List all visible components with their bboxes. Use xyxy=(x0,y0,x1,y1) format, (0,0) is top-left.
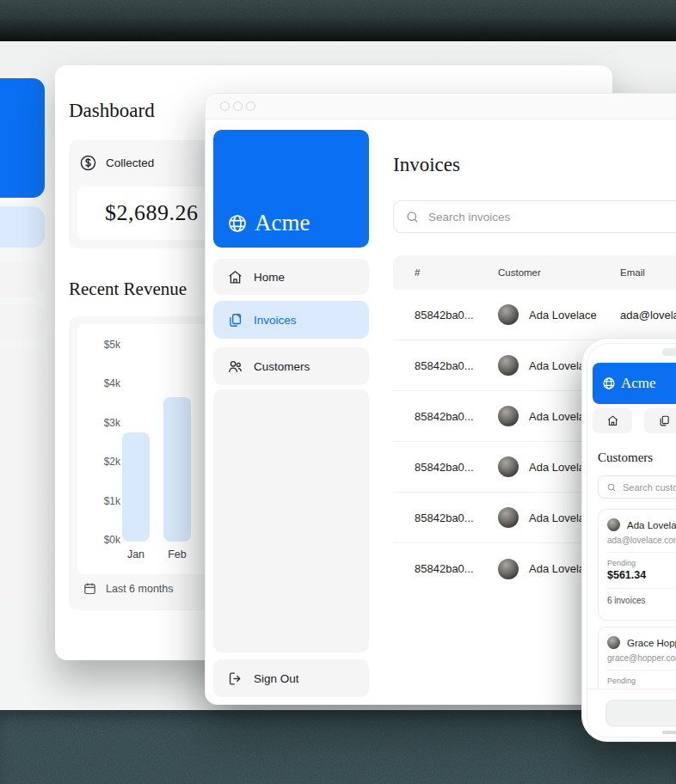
pending-label: Pending xyxy=(607,559,676,567)
phone-brand-card: Acme xyxy=(593,363,676,404)
search-placeholder: Search invoices xyxy=(428,211,510,224)
invoice-id: 85842ba0... xyxy=(393,410,498,423)
y-tick-label: $5k xyxy=(91,339,120,351)
invoice-id: 85842ba0... xyxy=(393,461,498,474)
customer-avatar xyxy=(498,507,519,528)
sidebar-item-customers[interactable]: Customers xyxy=(213,347,369,385)
customer-card[interactable]: Ada Lovelace ada@lovelace.com Pending $5… xyxy=(598,509,676,621)
brand-name: Acme xyxy=(621,375,656,392)
bar-feb xyxy=(163,397,191,542)
phone-search-input[interactable]: Search customers xyxy=(598,475,676,499)
phone-screen: Acme Customers Search customer xyxy=(587,343,676,738)
phone-page-title: Customers xyxy=(598,450,653,465)
customer-avatar xyxy=(498,406,519,426)
phone-tab-invoices[interactable] xyxy=(644,408,676,433)
bar-jan xyxy=(122,432,150,542)
background-sidebar-item[interactable] xyxy=(0,609,45,646)
stage: Dashboard Collected $2,689.26 Recent Rev… xyxy=(0,0,676,784)
sidebar-item-label: Invoices xyxy=(254,314,297,327)
customer-avatar xyxy=(607,636,620,649)
customer-email: ada@lovelace.com xyxy=(607,536,676,545)
invoice-table-row[interactable]: 85842ba0... Ada Lovelace ada@lovelace.co… xyxy=(393,290,676,340)
page-title: Invoices xyxy=(393,154,460,176)
home-icon xyxy=(606,414,619,427)
customer-avatar xyxy=(498,456,519,477)
sign-out-icon xyxy=(227,671,243,687)
brand-name: Acme xyxy=(255,210,310,236)
recent-revenue-title: Recent Revenue xyxy=(69,279,187,300)
collected-label: Collected xyxy=(106,156,154,169)
divider xyxy=(607,588,676,589)
bottom-texture-band xyxy=(0,710,676,784)
top-texture-band xyxy=(0,0,676,41)
y-tick-label: $0k xyxy=(91,534,120,546)
invoices-count: 6 invoices xyxy=(607,596,676,605)
background-sidebar-item[interactable] xyxy=(0,261,45,297)
background-sidebar-item[interactable] xyxy=(0,304,45,340)
grain-texture xyxy=(0,0,676,41)
customer-avatar xyxy=(607,518,620,531)
sidebar-brand-card: Acme xyxy=(213,130,369,248)
home-icon xyxy=(227,269,243,285)
chart-range-label[interactable]: Last 6 months xyxy=(106,583,174,595)
background-sidebar-active-item[interactable] xyxy=(0,206,45,248)
search-invoices-input[interactable]: Search invoices xyxy=(393,200,676,233)
dashboard-title: Dashboard xyxy=(69,100,155,122)
phone-mockup: Acme Customers Search customer xyxy=(581,338,676,742)
phone-tab-home[interactable] xyxy=(593,408,632,433)
search-placeholder: Search customers xyxy=(623,482,676,493)
y-tick-label: $3k xyxy=(91,417,120,429)
search-icon xyxy=(606,482,617,493)
customer-name: Ada Lovelace xyxy=(529,309,597,322)
customers-icon xyxy=(227,358,243,375)
sign-out-label: Sign Out xyxy=(254,672,299,685)
sidebar-item-invoices[interactable]: Invoices xyxy=(213,301,369,339)
window-zoom-button[interactable] xyxy=(246,101,255,111)
customer-name: Grace Hopper xyxy=(627,638,676,648)
window-minimize-button[interactable] xyxy=(233,101,243,111)
background-sidebar-spacer xyxy=(0,347,45,602)
customer-email: grace@hopper.com xyxy=(607,653,676,663)
customer-avatar xyxy=(498,304,519,325)
table-header: # Customer Email xyxy=(393,255,676,290)
customer-avatar xyxy=(498,355,519,376)
divider xyxy=(607,552,676,553)
sidebar-spacer xyxy=(213,389,369,652)
invoice-id: 85842ba0... xyxy=(393,309,498,322)
window-close-button[interactable] xyxy=(220,101,230,111)
sidebar-item-label: Home xyxy=(254,271,285,284)
customer-name: Ada Lovelace xyxy=(627,520,676,530)
column-header-id: # xyxy=(393,267,498,278)
pending-label: Pending xyxy=(607,677,676,685)
y-tick-label: $1k xyxy=(91,495,120,507)
phone-speaker xyxy=(662,348,676,356)
background-sidebar-brand-card xyxy=(0,78,45,198)
invoices-copy-icon xyxy=(658,414,671,427)
collected-amount: $2,689.26 xyxy=(77,200,199,226)
phone-bottom-input[interactable] xyxy=(605,700,676,726)
sign-out-button[interactable]: Sign Out xyxy=(213,659,369,697)
customer-avatar xyxy=(498,559,519,579)
column-header-customer: Customer xyxy=(498,267,617,278)
y-tick-label: $2k xyxy=(91,456,120,468)
sidebar-item-home[interactable]: Home xyxy=(213,259,369,295)
divider xyxy=(607,670,676,671)
globe-icon xyxy=(227,213,248,234)
invoices-copy-icon xyxy=(227,312,243,328)
x-tick-label: Feb xyxy=(157,548,198,560)
x-tick-label: Jan xyxy=(115,548,157,560)
customer-email: ada@lovelace.com xyxy=(617,309,676,322)
dollar-circle-icon xyxy=(79,154,97,172)
phone-home-indicator xyxy=(662,731,676,734)
column-header-email: Email xyxy=(617,267,676,278)
y-tick-label: $4k xyxy=(91,377,120,389)
pending-amount: $561.34 xyxy=(607,569,676,581)
calendar-icon xyxy=(83,581,97,596)
invoice-id: 85842ba0... xyxy=(393,359,498,372)
invoice-id: 85842ba0... xyxy=(393,511,498,524)
globe-icon xyxy=(602,377,616,390)
grain-texture xyxy=(0,710,676,784)
invoice-id: 85842ba0... xyxy=(393,562,498,575)
search-icon xyxy=(405,210,420,224)
sidebar-item-label: Customers xyxy=(254,360,310,373)
